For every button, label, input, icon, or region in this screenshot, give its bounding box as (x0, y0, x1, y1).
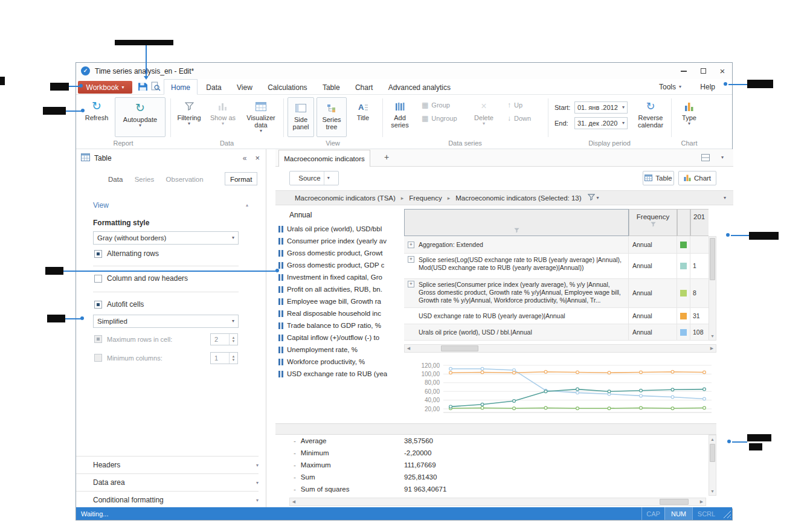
table-view-toggle[interactable]: Table (643, 171, 674, 185)
series-list-item[interactable]: Investment in fixed capital, Gro (275, 271, 404, 283)
scrollbar-thumb[interactable] (710, 444, 715, 462)
panel-tab-observation[interactable]: Observation (161, 173, 208, 186)
series-list-item[interactable]: Trade balance to GDP ratio, % (275, 319, 404, 332)
filter-funnel-icon[interactable] (588, 194, 595, 202)
series-list-item[interactable]: Workforce productivity, % (275, 356, 404, 368)
table-vertical-scrollbar[interactable]: ▼ (709, 236, 716, 341)
breadcrumb-item-frequency[interactable]: Frequency (409, 194, 442, 202)
series-list-item[interactable]: Unemployment rate, % (275, 344, 404, 356)
tab-home[interactable]: Home (164, 79, 198, 95)
tab-advanced-analytics[interactable]: Advanced analytics (382, 80, 457, 95)
breadcrumb-item-selected[interactable]: Macroeconomic indicators (Selected: 13) (455, 194, 581, 202)
autofit-mode-dropdown[interactable]: Simplified ▾ (93, 315, 239, 328)
tools-menu[interactable]: Tools ▾ (659, 79, 681, 95)
chevron-down-icon[interactable]: ▾ (724, 196, 726, 200)
series-list-item[interactable]: Profit on all activities, RUB, bn. (275, 283, 404, 295)
tab-data[interactable]: Data (199, 80, 228, 95)
section-conditional-formatting[interactable]: Conditional formatting ▾ (76, 491, 259, 508)
spin-down-icon[interactable]: ▼ (232, 358, 236, 362)
table-row[interactable]: +Splice series(Log(USD exchange rate to … (404, 254, 709, 279)
scroll-up-icon[interactable]: ▲ (709, 435, 716, 443)
scroll-right-icon[interactable]: ▶ (698, 498, 706, 505)
scrollbar-thumb[interactable] (441, 345, 478, 351)
document-tab-macroeconomic-indicators[interactable]: Macroeconomic indicators (278, 150, 370, 167)
resize-grip[interactable] (722, 510, 731, 518)
table-row[interactable]: +Aggregation: Extended Annual (404, 236, 709, 254)
stat-row[interactable]: - Minimum -2,20000 (275, 447, 706, 459)
scrollbar-thumb[interactable] (660, 499, 689, 505)
spin-down-icon[interactable]: ▼ (232, 339, 236, 343)
autoupdate-button[interactable]: ↻ Autoupdate ▾ (115, 97, 166, 137)
help-menu[interactable]: Help (700, 79, 715, 95)
column-row-headers-row[interactable]: Column and row headers (94, 274, 188, 283)
scrollbar-thumb[interactable] (710, 238, 715, 280)
series-list-item[interactable]: Consumer price index (yearly av (275, 235, 404, 247)
chevron-down-icon[interactable]: ▾ (721, 155, 724, 160)
start-date-combo[interactable]: 01. янв .2012 ▾ (574, 101, 628, 114)
add-series-button[interactable]: Add series (387, 98, 413, 129)
chart-type-button[interactable]: Type ▾ (677, 98, 701, 126)
stats-vertical-scrollbar[interactable]: ▲ ▼ (709, 435, 716, 496)
section-data-area[interactable]: Data area ▾ (76, 473, 259, 491)
workbook-menu-button[interactable]: Workbook ▾ (78, 81, 132, 94)
scroll-down-icon[interactable]: ▼ (709, 332, 716, 340)
series-list-item[interactable]: Gross domestic product, GDP c (275, 259, 404, 271)
series-list-item[interactable]: Capital inflow (+)/outflow (-) to (275, 332, 404, 344)
print-preview-icon[interactable] (150, 82, 161, 94)
breadcrumb-item-tsa[interactable]: Macroeconomic indicators (TSA) (295, 194, 396, 202)
chevron-down-icon[interactable]: ▾ (597, 196, 599, 200)
table-header-frequency[interactable]: Frequency (629, 209, 677, 236)
series-list-item[interactable]: USD exchange rate to RUB (yea (275, 368, 404, 380)
title-button[interactable]: A Title (351, 98, 375, 121)
column-row-headers-checkbox[interactable] (94, 275, 102, 283)
close-button[interactable]: × (713, 63, 732, 79)
series-list-item[interactable]: Employee wage bill, Growth ra (275, 295, 404, 307)
reverse-calendar-button[interactable]: ↻ Reverse calendar (634, 98, 667, 129)
tab-calculations[interactable]: Calculations (261, 80, 313, 95)
tab-chart[interactable]: Chart (349, 80, 379, 95)
save-icon[interactable] (138, 82, 148, 94)
panel-tab-format[interactable]: Format (225, 172, 257, 185)
scroll-down-icon[interactable]: ▼ (709, 487, 716, 495)
alternating-rows-checkbox[interactable] (94, 250, 102, 258)
panel-tab-series[interactable]: Series (130, 173, 159, 186)
scroll-left-icon[interactable]: ◀ (290, 498, 298, 505)
close-panel-icon[interactable]: × (255, 153, 260, 162)
autofit-cells-row[interactable]: Autofit cells (94, 300, 144, 309)
expand-icon[interactable]: + (408, 242, 414, 248)
collapse-panel-icon[interactable]: « (243, 154, 247, 162)
series-list-item[interactable]: Real disposable household inc (275, 307, 404, 319)
series-list-item[interactable]: Urals oil price (world), USD/bbl (275, 223, 404, 235)
source-button[interactable]: Source ▾ (289, 171, 339, 185)
filtering-button[interactable]: Filtering ▾ (175, 98, 204, 126)
expand-icon[interactable]: + (408, 281, 414, 287)
collapse-section-icon[interactable]: ▴ (246, 202, 248, 208)
filter-funnel-icon[interactable] (513, 226, 520, 235)
table-row[interactable]: USD exchange rate to RUB (yearly average… (404, 308, 709, 324)
side-panel-button[interactable]: Side panel (288, 97, 314, 137)
table-horizontal-scrollbar[interactable]: ◀ ▶ (404, 344, 716, 353)
maximize-button[interactable] (693, 63, 713, 79)
visualizer-data-button[interactable]: Visualizer data ▾ (242, 98, 280, 133)
end-date-combo[interactable]: 31. дек .2020 ▾ (574, 117, 628, 129)
chart-view-toggle[interactable]: Chart (678, 171, 716, 185)
new-tab-button[interactable]: + (384, 152, 389, 162)
refresh-button[interactable]: ↻ Refresh (82, 98, 111, 121)
view-section-header[interactable]: View (93, 201, 109, 210)
series-tree-button[interactable]: Series tree (317, 97, 347, 137)
stats-horizontal-scrollbar[interactable]: ◀ ▶ (289, 498, 706, 506)
stat-row[interactable]: - Sum 925,81430 (275, 471, 706, 483)
table-header-year[interactable]: 201 (690, 209, 709, 236)
filter-funnel-icon[interactable] (650, 220, 657, 229)
series-list-item[interactable]: Gross domestic product, Growt (275, 247, 404, 259)
tab-view[interactable]: View (230, 80, 259, 95)
table-row[interactable]: Urals oil price (world), USD / bbl.|Annu… (404, 324, 709, 341)
tab-table[interactable]: Table (316, 80, 347, 95)
autofit-cells-checkbox[interactable] (94, 301, 102, 309)
stat-row[interactable]: - Sum of squares 91 963,40671 (275, 483, 706, 495)
source-dropdown[interactable]: ▾ (324, 171, 330, 185)
table-header-name[interactable] (404, 209, 629, 236)
panel-tab-data[interactable]: Data (103, 173, 127, 186)
scroll-left-icon[interactable]: ◀ (405, 345, 413, 352)
stat-row[interactable]: - Maximum 111,67669 (275, 459, 706, 471)
